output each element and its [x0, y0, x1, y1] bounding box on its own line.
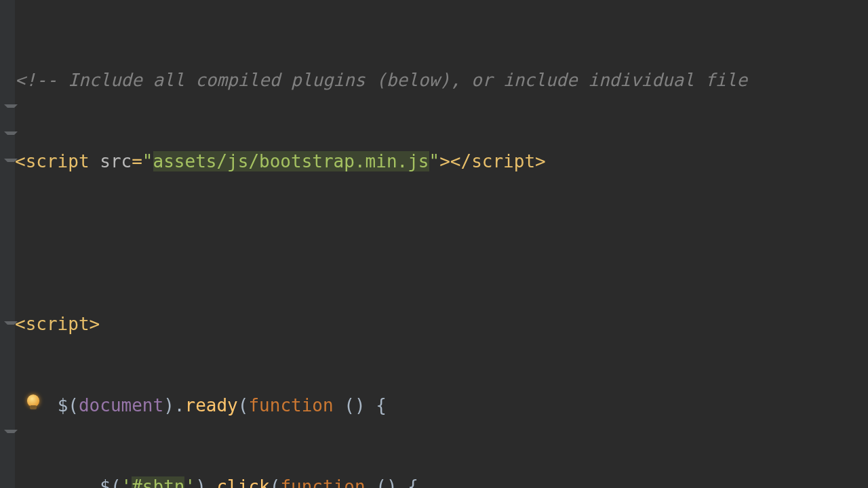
code-line[interactable]: $('#sbtn').click(function () { — [15, 473, 868, 488]
code-line[interactable]: <script src="assets/js/bootstrap.min.js"… — [15, 148, 868, 175]
gutter — [0, 0, 15, 488]
comment-text: <!-- Include all compiled plugins (below… — [15, 70, 747, 90]
code-line[interactable]: $(document).ready(function () { — [15, 392, 868, 419]
code-editor[interactable]: <!-- Include all compiled plugins (below… — [0, 0, 868, 488]
code-line[interactable]: <!-- Include all compiled plugins (below… — [15, 66, 868, 94]
code-area[interactable]: <!-- Include all compiled plugins (below… — [15, 12, 868, 488]
code-line[interactable] — [15, 229, 868, 256]
code-line[interactable]: <script> — [15, 310, 868, 338]
